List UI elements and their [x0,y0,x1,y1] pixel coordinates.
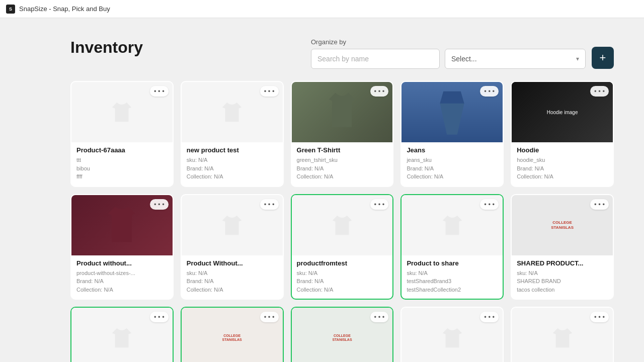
card-menu-button[interactable]: • • • [260,312,279,322]
card-image: • • • [71,195,173,255]
app-logo: S [6,5,15,14]
card-menu-button[interactable]: • • • [260,86,279,97]
card-menu-button[interactable]: • • • [590,199,609,210]
card-body: Hoodie hoodie_skuBrand: N/ACollection: N… [512,142,613,186]
card-body: Product Without... sku: N/ABrand: N/ACol… [182,255,283,299]
card-menu-button[interactable]: • • • [370,86,389,97]
product-card[interactable]: COLLEGESTANISLAS • • • [181,307,284,362]
controls-row: Select... ▾ [311,49,586,69]
card-product-name: Hoodie [517,146,608,154]
product-card[interactable]: • • • Product Without... sku: N/ABrand: … [181,194,284,300]
card-meta: tttbibouffff [76,156,168,181]
card-image: • • • [292,82,393,142]
card-image: COLLEGESTANISLAS • • • [182,308,283,362]
card-product-name: Product without... [76,259,168,267]
logo-text: S [9,7,12,12]
product-card[interactable]: Hoodie image • • • Hoodie hoodie_skuBran… [511,81,614,187]
card-meta: sku: N/ABrand: N/ACollection: N/A [297,269,388,294]
card-image: • • • [401,195,503,255]
select-label: Select... [451,55,477,63]
card-body: new product test sku: N/ABrand: N/AColle… [182,142,283,186]
card-menu-button[interactable]: • • • [370,312,389,322]
card-image: COLLEGESTANISLAS • • • [292,308,393,362]
card-image: • • • [71,308,173,362]
card-menu-button[interactable]: • • • [590,312,609,322]
card-product-name: Product Without... [187,259,278,267]
card-body: Product-67aaaa tttbibouffff [71,142,173,186]
card-image: • • • [401,308,503,362]
ellipsis-icon: • • • [594,201,605,208]
product-card[interactable]: • • • new product test sku: N/ABrand: N/… [181,81,284,187]
topbar: S SnapSize - Snap, Pick and Buy [0,0,644,18]
organize-select[interactable]: Select... ▾ [445,49,586,69]
ellipsis-icon: • • • [484,87,495,95]
card-body: SHARED PRODUCT... sku: N/ASHARED BRANDta… [512,255,613,299]
ellipsis-icon: • • • [594,87,605,95]
plus-icon: + [600,51,606,64]
product-card[interactable]: • • • Product-67aaaa tttbibouffff [70,81,174,187]
ellipsis-icon: • • • [154,313,165,321]
search-input[interactable] [311,49,440,69]
product-card[interactable]: • • • Green T-Shirtt green_tshirt_skuBra… [291,81,394,187]
card-menu-button[interactable]: • • • [150,312,169,322]
card-meta: sku: N/ASHARED BRANDtacos collection [517,269,608,294]
ellipsis-icon: • • • [264,201,275,208]
ellipsis-icon: • • • [154,87,165,95]
card-image: • • • [292,195,393,255]
product-card[interactable]: COLLEGESTANISLAS • • • [291,307,394,362]
chevron-down-icon: ▾ [576,55,579,62]
card-meta: jeans_skuBrand: N/ACollection: N/A [407,156,498,181]
card-meta: hoodie_skuBrand: N/ACollection: N/A [517,156,608,181]
card-image: • • • [182,82,283,142]
add-product-button[interactable]: + [592,47,614,69]
card-meta: sku: N/ABrand: N/ACollection: N/A [187,156,278,181]
product-card[interactable]: • • • [400,307,504,362]
product-card[interactable]: COLLEGESTANISLAS • • • SHARED PRODUCT...… [511,194,614,300]
ellipsis-icon: • • • [374,87,385,95]
app-title: SnapSize - Snap, Pick and Buy [19,5,110,13]
card-product-name: productfromtest [297,259,388,267]
ellipsis-icon: • • • [374,201,385,208]
card-menu-button[interactable]: • • • [480,312,499,322]
ellipsis-icon: • • • [594,313,605,321]
card-menu-button[interactable]: • • • [480,199,499,210]
ellipsis-icon: • • • [374,313,385,321]
header-row: Inventory Organize by Select... ▾ + [70,38,614,69]
ellipsis-icon: • • • [154,201,165,208]
card-product-name: Product-67aaaa [76,146,168,154]
card-body: Jeans jeans_skuBrand: N/ACollection: N/A [401,142,503,186]
ellipsis-icon: • • • [264,87,275,95]
card-menu-button[interactable]: • • • [150,199,169,210]
page-title: Inventory [70,38,143,57]
card-product-name: Green T-Shirtt [297,146,388,154]
card-image: • • • [401,82,503,142]
card-product-name: Product to share [407,259,498,267]
product-grid: • • • Product-67aaaa tttbibouffff • • • … [70,81,614,362]
card-meta: sku: N/ABrand: N/ACollection: N/A [187,269,278,294]
product-card[interactable]: • • • productfromtest sku: N/ABrand: N/A… [291,194,394,300]
card-product-name: new product test [187,146,278,154]
ellipsis-icon: • • • [264,313,275,321]
card-product-name: Jeans [407,146,498,154]
card-menu-button[interactable]: • • • [590,86,609,97]
card-menu-button[interactable]: • • • [370,199,389,210]
product-card[interactable]: • • • Product without... product-without… [70,194,174,300]
organize-section: Organize by Select... ▾ [311,38,586,69]
card-image: • • • [512,308,613,362]
ellipsis-icon: • • • [484,201,495,208]
card-meta: product-without-sizes-...Brand: N/AColle… [76,269,168,294]
product-card[interactable]: • • • [70,307,174,362]
card-body: productfromtest sku: N/ABrand: N/ACollec… [292,255,393,299]
card-body: Product without... product-without-sizes… [71,255,173,299]
card-menu-button[interactable]: • • • [260,199,279,210]
card-image: • • • [182,195,283,255]
product-card[interactable]: • • • Product to share sku: N/AtestShare… [400,194,504,300]
card-body: Product to share sku: N/AtestSharedBrand… [401,255,503,299]
ellipsis-icon: • • • [484,313,495,321]
product-card[interactable]: • • • [511,307,614,362]
card-menu-button[interactable]: • • • [150,86,169,97]
card-menu-button[interactable]: • • • [480,86,499,97]
card-meta: sku: N/AtestSharedBrand3testSharedCollec… [407,269,498,294]
main-content: Inventory Organize by Select... ▾ + [0,18,644,362]
product-card[interactable]: • • • Jeans jeans_skuBrand: N/ACollectio… [400,81,504,187]
